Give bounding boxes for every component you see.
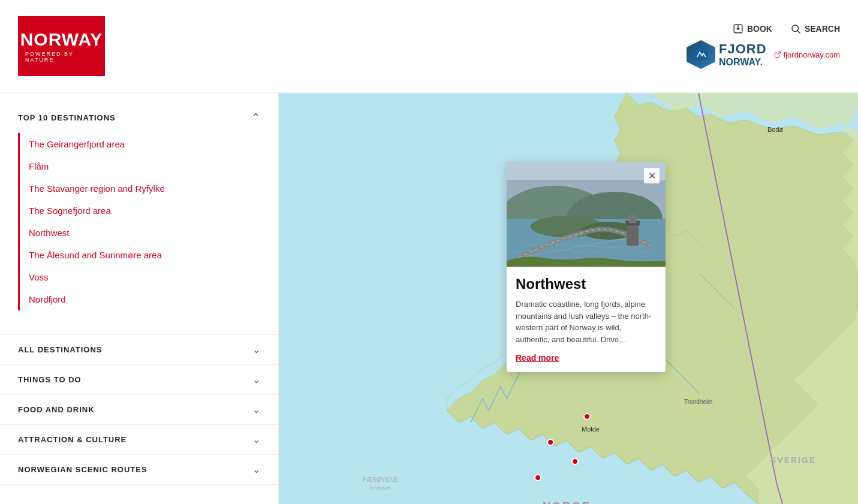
norway-logo[interactable]: NORWAY POWERED BY NATURE xyxy=(18,16,105,76)
sverige-label: SVERIGE xyxy=(770,455,816,465)
norge-label: NORGE xyxy=(543,500,591,504)
list-item[interactable]: Nordfjord xyxy=(20,288,260,310)
sidebar: TOP 10 DESTINATIONS ⌃ The Geirangerfjord… xyxy=(0,93,279,504)
map-pin[interactable] xyxy=(583,413,591,420)
trondheim-label: Trondheim xyxy=(684,399,712,405)
popup-content: Northwest Dramatic coastline, long fjord… xyxy=(507,267,666,372)
fjord-norway-url[interactable]: fjordnorway.com xyxy=(774,50,840,59)
torshavn-label: Torshavn xyxy=(369,485,391,491)
molde-label: Molde xyxy=(582,425,600,433)
svg-line-5 xyxy=(777,52,781,56)
svg-point-2 xyxy=(792,25,799,32)
chevron-down-icon: ⌄ xyxy=(252,404,260,415)
search-link[interactable]: SEARCH xyxy=(790,23,840,34)
header-links: BOOK SEARCH xyxy=(733,23,840,34)
book-link[interactable]: BOOK xyxy=(733,23,772,34)
map-pin[interactable] xyxy=(547,439,554,446)
fjord-logo-icon xyxy=(693,46,709,63)
main-content: TOP 10 DESTINATIONS ⌃ The Geirangerfjord… xyxy=(0,93,858,504)
list-item[interactable]: The Sognefjord area xyxy=(20,200,260,222)
fjord-norway-text: FJORD NORWAY. xyxy=(719,41,767,68)
nav-item-food-drink[interactable]: FOOD AND DRINK ⌄ xyxy=(0,395,278,425)
bodo-label: Bodø xyxy=(767,126,783,133)
destination-list: The Geirangerfjord area Flåm The Stavang… xyxy=(18,133,260,310)
popup-description: Dramatic coastline, long fjords, alpine … xyxy=(516,298,657,345)
logo-title: NORWAY xyxy=(20,29,103,50)
top10-section: TOP 10 DESTINATIONS ⌃ The Geirangerfjord… xyxy=(0,105,278,316)
popup-image xyxy=(507,162,666,267)
svg-rect-16 xyxy=(629,215,636,223)
top10-chevron-icon: ⌃ xyxy=(251,111,260,124)
book-icon xyxy=(733,23,743,34)
faeroyene-label: FÆRØYENE xyxy=(363,476,398,483)
svg-line-3 xyxy=(797,31,800,33)
popup-title: Northwest xyxy=(516,276,657,292)
nav-item-scenic-routes[interactable]: NORWEGIAN SCENIC ROUTES ⌄ xyxy=(0,455,278,485)
header-right: BOOK SEARCH FJOR xyxy=(687,23,840,69)
map-pin[interactable] xyxy=(571,458,579,465)
list-item[interactable]: The Stavanger region and Ryfylke xyxy=(20,177,260,200)
map-pin[interactable] xyxy=(534,474,541,481)
logo-tagline: POWERED BY NATURE xyxy=(25,51,98,63)
list-item[interactable]: Northwest xyxy=(20,222,260,244)
list-item[interactable]: Voss xyxy=(20,266,260,288)
nav-item-all-destinations[interactable]: ALL DESTINATIONS ⌄ xyxy=(0,335,278,365)
chevron-down-icon: ⌄ xyxy=(252,374,260,385)
popup-card: ✕ xyxy=(507,162,666,372)
search-icon xyxy=(790,23,801,34)
northwest-image xyxy=(507,162,666,267)
chevron-down-icon: ⌄ xyxy=(252,434,260,445)
top10-title: TOP 10 DESTINATIONS xyxy=(18,113,116,122)
nav-item-things-to-do[interactable]: THINGS TO DO ⌄ xyxy=(0,365,278,395)
map-container[interactable]: Bodø Molde NORGE SVERIGE Trondheim FÆRØY… xyxy=(279,93,858,504)
external-link-icon xyxy=(774,51,781,58)
popup-close-button[interactable]: ✕ xyxy=(644,168,660,183)
site-header: NORWAY POWERED BY NATURE BOOK SEARCH xyxy=(0,0,858,93)
read-more-button[interactable]: Read more xyxy=(516,353,559,363)
list-item[interactable]: The Ålesund and Sunnmøre area xyxy=(20,244,260,266)
chevron-down-icon: ⌄ xyxy=(252,344,260,355)
list-item[interactable]: Flåm xyxy=(20,155,260,177)
list-item[interactable]: The Geirangerfjord area xyxy=(20,133,260,155)
fjord-norway-logo[interactable]: FJORD NORWAY. fjordnorway.com xyxy=(687,40,840,69)
nav-item-attraction-culture[interactable]: ATTRACTION & CULTURE ⌄ xyxy=(0,425,278,455)
top10-header[interactable]: TOP 10 DESTINATIONS ⌃ xyxy=(18,111,260,124)
nav-sections: ALL DESTINATIONS ⌄ THINGS TO DO ⌄ FOOD A… xyxy=(0,334,278,485)
chevron-down-icon: ⌄ xyxy=(252,464,260,475)
